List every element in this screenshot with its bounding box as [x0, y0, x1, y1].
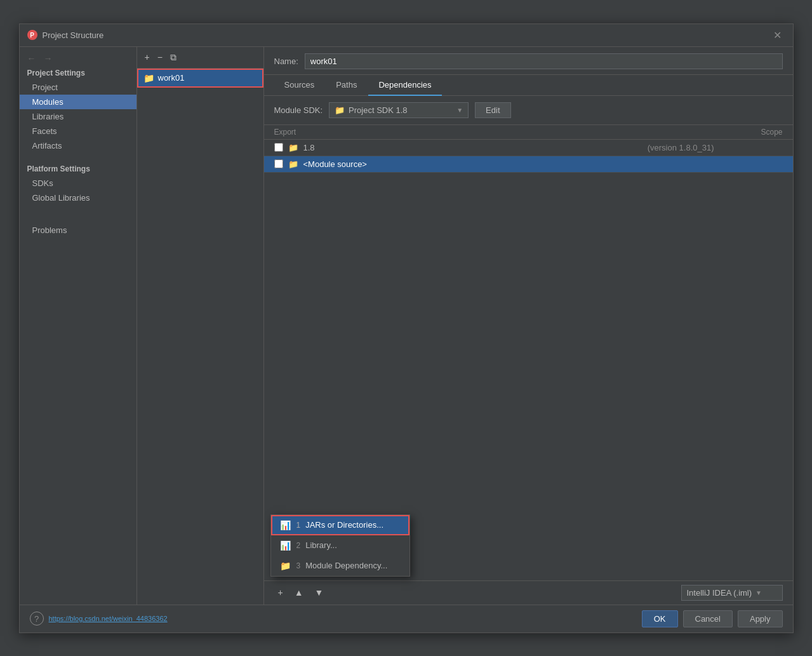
dep-name-sdk: 1.8	[303, 143, 642, 152]
library-icon: 📊	[280, 540, 291, 551]
module-dep-icon: 📁	[280, 561, 291, 571]
forward-button[interactable]: →	[41, 52, 55, 65]
name-label: Name:	[274, 57, 298, 66]
apply-button[interactable]: Apply	[738, 610, 783, 627]
platform-settings-label: Platform Settings	[20, 161, 136, 176]
sidebar-item-modules[interactable]: Modules	[20, 95, 136, 109]
module-name: work01	[158, 73, 185, 83]
chevron-down-icon: ▼	[456, 107, 463, 114]
cancel-button[interactable]: Cancel	[683, 610, 733, 627]
sidebar-item-sdks[interactable]: SDKs	[20, 176, 136, 191]
sidebar-item-project[interactable]: Project	[20, 80, 136, 95]
help-button[interactable]: ?	[30, 612, 44, 626]
dep-checkbox-sdk[interactable]	[274, 143, 283, 152]
dialog-title: Project Structure	[43, 30, 104, 40]
sidebar-item-facets[interactable]: Facets	[20, 124, 136, 138]
menu-item-jars[interactable]: 📊 1 JARs or Directories...	[271, 515, 409, 535]
app-icon: P	[27, 30, 37, 40]
module-item-work01[interactable]: 📁 work01	[137, 69, 263, 88]
remove-module-button[interactable]: −	[155, 51, 165, 64]
footer-right: OK Cancel Apply	[642, 610, 783, 627]
jars-icon: 📊	[280, 520, 291, 530]
footer-url: https://blog.csdn.net/weixin_44836362	[49, 615, 168, 622]
scope-column-header: Scope	[707, 128, 783, 137]
dialog-body: ← → Project Settings Project Modules Lib…	[20, 47, 793, 605]
module-list-toolbar: + − ⧉	[137, 47, 263, 69]
dep-folder-icon-source: 📁	[288, 159, 298, 169]
project-structure-dialog: P Project Structure ✕ ← → Project Settin…	[19, 23, 794, 633]
dep-version-sdk: (version 1.8.0_31)	[648, 143, 714, 152]
module-list: 📁 work01	[137, 69, 263, 605]
sdk-dropdown[interactable]: 📁 Project SDK 1.8 ▼	[329, 102, 469, 118]
titlebar: P Project Structure ✕	[20, 24, 793, 47]
sdk-dropdown-text: 📁 Project SDK 1.8	[335, 105, 408, 115]
export-column-header: Export	[274, 128, 707, 137]
tabs-bar: Sources Paths Dependencies	[264, 75, 793, 96]
sdk-label: Module SDK:	[274, 105, 323, 115]
dep-name-module-source: <Module source>	[303, 159, 709, 169]
dep-row-sdk[interactable]: 📁 1.8 (version 1.8.0_31)	[264, 140, 793, 156]
dependencies-content: Module SDK: 📁 Project SDK 1.8 ▼ Edit Exp…	[264, 96, 793, 605]
sidebar: ← → Project Settings Project Modules Lib…	[20, 47, 137, 605]
menu-item-module-dep[interactable]: 📁 3 Module Dependency...	[271, 556, 409, 576]
dep-folder-icon: 📁	[288, 143, 298, 152]
format-chevron-icon: ▼	[755, 589, 762, 596]
main-content: Name: Sources Paths Dependencies Mo	[264, 47, 793, 605]
sidebar-item-problems[interactable]: Problems	[20, 223, 136, 238]
name-input[interactable]	[305, 53, 783, 69]
titlebar-left: P Project Structure	[27, 30, 104, 40]
module-folder-icon: 📁	[143, 73, 154, 83]
add-module-button[interactable]: +	[142, 51, 152, 64]
footer-left: ? https://blog.csdn.net/weixin_44836362	[30, 612, 168, 626]
dep-checkbox-module-source[interactable]	[274, 159, 283, 168]
name-row: Name:	[264, 47, 793, 75]
tab-sources[interactable]: Sources	[274, 75, 325, 96]
sidebar-item-libraries[interactable]: Libraries	[20, 109, 136, 124]
tab-dependencies[interactable]: Dependencies	[368, 75, 441, 96]
sidebar-spacer	[20, 153, 136, 161]
nav-arrows: ← →	[20, 52, 136, 65]
edit-sdk-button[interactable]: Edit	[475, 102, 510, 118]
menu-item-library[interactable]: 📊 2 Library...	[271, 535, 409, 556]
ok-button[interactable]: OK	[642, 610, 678, 627]
add-dep-button[interactable]: +	[274, 586, 287, 599]
copy-module-button[interactable]: ⧉	[168, 51, 179, 64]
close-button[interactable]: ✕	[769, 28, 785, 43]
main-bottom-toolbar: 📊 1 JARs or Directories... 📊 2 Library..…	[264, 580, 793, 605]
move-down-button[interactable]: ▼	[311, 586, 328, 599]
sdk-folder-icon: 📁	[335, 105, 345, 115]
module-list-area: + − ⧉ 📁 work01	[137, 47, 264, 605]
deps-table-header: Export Scope	[264, 125, 793, 140]
sidebar-spacer2	[20, 205, 136, 213]
format-dropdown[interactable]: IntelliJ IDEA (.iml) ▼	[681, 585, 783, 601]
dep-row-module-source[interactable]: 📁 <Module source>	[264, 156, 793, 173]
dialog-footer: ? https://blog.csdn.net/weixin_44836362 …	[20, 605, 793, 633]
sidebar-item-artifacts[interactable]: Artifacts	[20, 138, 136, 153]
sidebar-item-global-libraries[interactable]: Global Libraries	[20, 191, 136, 205]
sdk-row: Module SDK: 📁 Project SDK 1.8 ▼ Edit	[264, 96, 793, 125]
move-up-button[interactable]: ▲	[291, 586, 307, 599]
project-settings-label: Project Settings	[20, 65, 136, 80]
back-button[interactable]: ←	[25, 52, 39, 65]
context-menu: 📊 1 JARs or Directories... 📊 2 Library..…	[270, 514, 410, 577]
tab-paths[interactable]: Paths	[326, 75, 367, 96]
format-row: IntelliJ IDEA (.iml) ▼	[681, 585, 783, 601]
